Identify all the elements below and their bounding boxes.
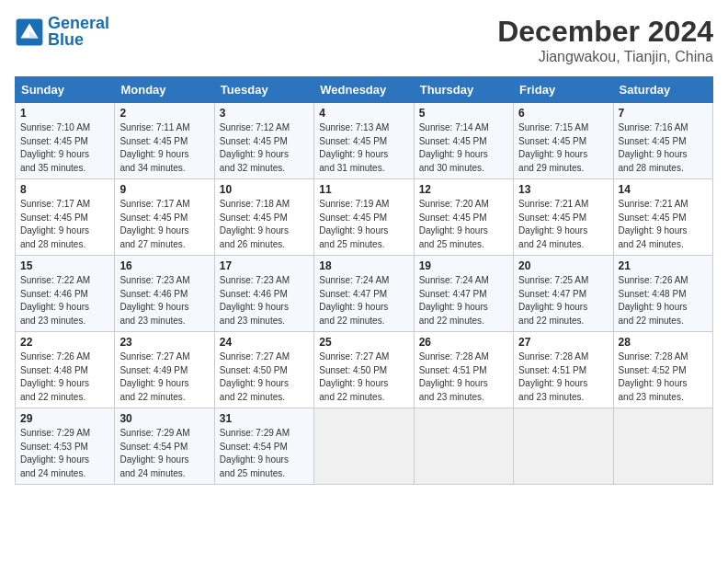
calendar-cell: 20Sunrise: 7:25 AM Sunset: 4:47 PM Dayli… bbox=[514, 256, 613, 332]
day-number: 31 bbox=[220, 412, 309, 425]
header-cell-wednesday: Wednesday bbox=[314, 77, 414, 103]
calendar-cell: 12Sunrise: 7:20 AM Sunset: 4:45 PM Dayli… bbox=[414, 179, 513, 256]
week-row-1: 8Sunrise: 7:17 AM Sunset: 4:45 PM Daylig… bbox=[16, 179, 713, 256]
header-cell-monday: Monday bbox=[115, 77, 214, 103]
page-header: General Blue December 2024 Jiangwakou, T… bbox=[15, 15, 713, 65]
day-number: 30 bbox=[119, 412, 209, 425]
day-info: Sunrise: 7:25 AM Sunset: 4:47 PM Dayligh… bbox=[518, 274, 608, 327]
calendar-cell: 27Sunrise: 7:28 AM Sunset: 4:51 PM Dayli… bbox=[514, 332, 613, 408]
logo: General Blue bbox=[15, 15, 109, 50]
calendar-cell: 19Sunrise: 7:24 AM Sunset: 4:47 PM Dayli… bbox=[414, 256, 513, 332]
day-number: 17 bbox=[220, 259, 309, 272]
main-title: December 2024 bbox=[497, 15, 713, 49]
calendar-cell: 14Sunrise: 7:21 AM Sunset: 4:45 PM Dayli… bbox=[613, 179, 712, 256]
calendar-cell: 16Sunrise: 7:23 AM Sunset: 4:46 PM Dayli… bbox=[115, 256, 214, 332]
day-info: Sunrise: 7:17 AM Sunset: 4:45 PM Dayligh… bbox=[119, 198, 209, 251]
day-info: Sunrise: 7:29 AM Sunset: 4:54 PM Dayligh… bbox=[220, 427, 309, 480]
calendar-cell: 21Sunrise: 7:26 AM Sunset: 4:48 PM Dayli… bbox=[613, 256, 712, 332]
header-cell-tuesday: Tuesday bbox=[214, 77, 313, 103]
header-cell-thursday: Thursday bbox=[414, 77, 513, 103]
day-info: Sunrise: 7:24 AM Sunset: 4:47 PM Dayligh… bbox=[319, 274, 408, 327]
day-number: 18 bbox=[319, 259, 408, 272]
day-number: 27 bbox=[518, 336, 608, 349]
day-info: Sunrise: 7:22 AM Sunset: 4:46 PM Dayligh… bbox=[20, 274, 109, 327]
day-number: 8 bbox=[20, 183, 109, 196]
day-info: Sunrise: 7:20 AM Sunset: 4:45 PM Dayligh… bbox=[419, 198, 508, 251]
calendar-cell bbox=[613, 408, 712, 485]
day-info: Sunrise: 7:16 AM Sunset: 4:45 PM Dayligh… bbox=[619, 121, 708, 175]
day-number: 1 bbox=[20, 107, 109, 120]
day-info: Sunrise: 7:14 AM Sunset: 4:45 PM Dayligh… bbox=[419, 121, 508, 175]
day-info: Sunrise: 7:15 AM Sunset: 4:45 PM Dayligh… bbox=[518, 121, 608, 175]
day-info: Sunrise: 7:21 AM Sunset: 4:45 PM Dayligh… bbox=[619, 198, 708, 251]
calendar-cell: 30Sunrise: 7:29 AM Sunset: 4:54 PM Dayli… bbox=[115, 408, 214, 485]
calendar-cell: 10Sunrise: 7:18 AM Sunset: 4:45 PM Dayli… bbox=[214, 179, 313, 256]
day-info: Sunrise: 7:12 AM Sunset: 4:45 PM Dayligh… bbox=[220, 121, 309, 175]
day-number: 11 bbox=[319, 183, 408, 196]
calendar-cell: 22Sunrise: 7:26 AM Sunset: 4:48 PM Dayli… bbox=[16, 332, 115, 408]
calendar-cell: 13Sunrise: 7:21 AM Sunset: 4:45 PM Dayli… bbox=[514, 179, 613, 256]
day-number: 4 bbox=[319, 107, 408, 120]
day-info: Sunrise: 7:28 AM Sunset: 4:51 PM Dayligh… bbox=[518, 350, 608, 404]
calendar-body: 1Sunrise: 7:10 AM Sunset: 4:45 PM Daylig… bbox=[16, 103, 713, 485]
day-info: Sunrise: 7:24 AM Sunset: 4:47 PM Dayligh… bbox=[419, 274, 508, 327]
calendar-cell: 24Sunrise: 7:27 AM Sunset: 4:50 PM Dayli… bbox=[214, 332, 313, 408]
day-number: 28 bbox=[619, 336, 708, 349]
calendar-cell: 25Sunrise: 7:27 AM Sunset: 4:50 PM Dayli… bbox=[314, 332, 414, 408]
day-info: Sunrise: 7:23 AM Sunset: 4:46 PM Dayligh… bbox=[220, 274, 309, 327]
logo-text: General Blue bbox=[48, 15, 109, 50]
day-number: 26 bbox=[419, 336, 508, 349]
calendar-cell: 6Sunrise: 7:15 AM Sunset: 4:45 PM Daylig… bbox=[514, 103, 613, 179]
header-cell-sunday: Sunday bbox=[16, 77, 115, 103]
calendar-cell: 8Sunrise: 7:17 AM Sunset: 4:45 PM Daylig… bbox=[16, 179, 115, 256]
calendar-cell: 9Sunrise: 7:17 AM Sunset: 4:45 PM Daylig… bbox=[115, 179, 214, 256]
calendar-cell: 28Sunrise: 7:28 AM Sunset: 4:52 PM Dayli… bbox=[613, 332, 712, 408]
day-number: 29 bbox=[20, 412, 109, 425]
day-info: Sunrise: 7:28 AM Sunset: 4:51 PM Dayligh… bbox=[419, 350, 508, 404]
day-info: Sunrise: 7:28 AM Sunset: 4:52 PM Dayligh… bbox=[619, 350, 708, 404]
calendar-cell bbox=[314, 408, 414, 485]
logo-icon bbox=[15, 17, 44, 47]
calendar-cell: 4Sunrise: 7:13 AM Sunset: 4:45 PM Daylig… bbox=[314, 103, 414, 179]
day-info: Sunrise: 7:11 AM Sunset: 4:45 PM Dayligh… bbox=[119, 121, 209, 175]
subtitle: Jiangwakou, Tianjin, China bbox=[497, 49, 713, 65]
day-number: 14 bbox=[619, 183, 708, 196]
week-row-4: 29Sunrise: 7:29 AM Sunset: 4:53 PM Dayli… bbox=[16, 408, 713, 485]
calendar-table: SundayMondayTuesdayWednesdayThursdayFrid… bbox=[15, 76, 713, 485]
day-info: Sunrise: 7:21 AM Sunset: 4:45 PM Dayligh… bbox=[518, 198, 608, 251]
calendar-cell: 18Sunrise: 7:24 AM Sunset: 4:47 PM Dayli… bbox=[314, 256, 414, 332]
day-info: Sunrise: 7:27 AM Sunset: 4:49 PM Dayligh… bbox=[119, 350, 209, 404]
day-info: Sunrise: 7:17 AM Sunset: 4:45 PM Dayligh… bbox=[20, 198, 109, 251]
day-number: 21 bbox=[619, 259, 708, 272]
day-info: Sunrise: 7:27 AM Sunset: 4:50 PM Dayligh… bbox=[220, 350, 309, 404]
day-number: 7 bbox=[619, 107, 708, 120]
week-row-0: 1Sunrise: 7:10 AM Sunset: 4:45 PM Daylig… bbox=[16, 103, 713, 179]
day-info: Sunrise: 7:13 AM Sunset: 4:45 PM Dayligh… bbox=[319, 121, 408, 175]
day-number: 10 bbox=[220, 183, 309, 196]
calendar-cell: 31Sunrise: 7:29 AM Sunset: 4:54 PM Dayli… bbox=[214, 408, 313, 485]
title-area: December 2024 Jiangwakou, Tianjin, China bbox=[497, 15, 713, 65]
day-number: 3 bbox=[220, 107, 309, 120]
calendar-cell: 3Sunrise: 7:12 AM Sunset: 4:45 PM Daylig… bbox=[214, 103, 313, 179]
calendar-cell: 17Sunrise: 7:23 AM Sunset: 4:46 PM Dayli… bbox=[214, 256, 313, 332]
header-cell-saturday: Saturday bbox=[613, 77, 712, 103]
day-number: 2 bbox=[119, 107, 209, 120]
calendar-cell: 11Sunrise: 7:19 AM Sunset: 4:45 PM Dayli… bbox=[314, 179, 414, 256]
header-cell-friday: Friday bbox=[514, 77, 613, 103]
day-number: 20 bbox=[518, 259, 608, 272]
day-number: 16 bbox=[119, 259, 209, 272]
week-row-2: 15Sunrise: 7:22 AM Sunset: 4:46 PM Dayli… bbox=[16, 256, 713, 332]
day-info: Sunrise: 7:29 AM Sunset: 4:54 PM Dayligh… bbox=[119, 427, 209, 480]
calendar-cell: 1Sunrise: 7:10 AM Sunset: 4:45 PM Daylig… bbox=[16, 103, 115, 179]
calendar-cell: 23Sunrise: 7:27 AM Sunset: 4:49 PM Dayli… bbox=[115, 332, 214, 408]
day-number: 23 bbox=[119, 336, 209, 349]
day-info: Sunrise: 7:26 AM Sunset: 4:48 PM Dayligh… bbox=[619, 274, 708, 327]
day-info: Sunrise: 7:19 AM Sunset: 4:45 PM Dayligh… bbox=[319, 198, 408, 251]
day-info: Sunrise: 7:23 AM Sunset: 4:46 PM Dayligh… bbox=[119, 274, 209, 327]
calendar-cell: 7Sunrise: 7:16 AM Sunset: 4:45 PM Daylig… bbox=[613, 103, 712, 179]
calendar-cell: 2Sunrise: 7:11 AM Sunset: 4:45 PM Daylig… bbox=[115, 103, 214, 179]
day-number: 13 bbox=[518, 183, 608, 196]
day-number: 15 bbox=[20, 259, 109, 272]
day-info: Sunrise: 7:29 AM Sunset: 4:53 PM Dayligh… bbox=[20, 427, 109, 480]
calendar-cell: 29Sunrise: 7:29 AM Sunset: 4:53 PM Dayli… bbox=[16, 408, 115, 485]
